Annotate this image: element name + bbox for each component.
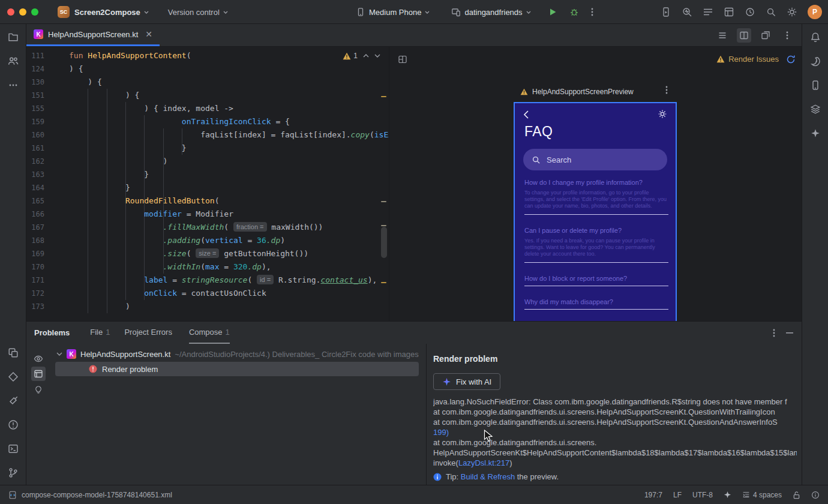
notifications-bell-icon[interactable] <box>808 30 823 44</box>
resource-manager-icon[interactable] <box>808 102 823 116</box>
editor-tab[interactable]: K HelpAndSupportScreen.kt ✕ <box>26 24 160 46</box>
project-icon: SC <box>58 6 70 18</box>
problems-tree-file-row[interactable]: K HelpAndSupportScreen.kt ~/AndroidStudi… <box>56 347 428 361</box>
render-issues-button[interactable]: Render Issues <box>716 55 779 64</box>
file-encoding[interactable]: UTF-8 <box>692 491 713 499</box>
gemini-spark-icon[interactable] <box>808 126 823 140</box>
line-number: 169 <box>26 247 44 260</box>
chevron-down-icon <box>425 11 430 14</box>
editor-more-icon[interactable] <box>780 28 794 43</box>
compose-preview-panel: Render Issues HelpAndSupportScreenPrevie… <box>389 47 802 321</box>
run-configuration-selector[interactable]: datingandfriends <box>446 4 535 20</box>
code-editor[interactable]: 111fun HelpAndSupportContent(124) {130 )… <box>26 47 389 321</box>
caret-position[interactable]: 197:7 <box>644 491 662 499</box>
quickfix-bulb-icon[interactable] <box>31 382 46 397</box>
unlocked-padlock-icon[interactable] <box>793 491 800 499</box>
packages-icon[interactable] <box>6 370 20 384</box>
pull-requests-icon[interactable] <box>6 54 20 68</box>
mouse-cursor <box>484 430 494 443</box>
more-tool-windows-icon[interactable] <box>6 78 20 92</box>
build-refresh-link[interactable]: Build & Refresh <box>461 472 515 481</box>
build-icon[interactable] <box>6 394 20 408</box>
back-chevron-icon[interactable] <box>523 110 529 119</box>
project-folder-icon[interactable] <box>6 30 20 44</box>
hide-panel-icon[interactable] <box>786 332 793 334</box>
preview-title[interactable]: HelpAndSupportScreenPreview <box>520 88 634 96</box>
search-everywhere-icon[interactable] <box>766 7 776 17</box>
status-file[interactable]: compose-compose-model-1758748140651.xml <box>8 491 172 499</box>
faq-search-placeholder: Search <box>547 155 571 164</box>
version-control-icon[interactable] <box>6 466 20 480</box>
prev-warning-icon[interactable] <box>363 54 369 58</box>
code-line: 164 } <box>26 181 389 194</box>
device-manager-icon[interactable] <box>808 78 823 92</box>
stack-trace-link[interactable]: LazyDsl.kt:217 <box>458 458 509 467</box>
settings-gear-icon[interactable] <box>658 109 667 119</box>
fix-with-ai-button[interactable]: Fix with AI <box>433 373 500 390</box>
faq-item[interactable]: How do I change my profile information?T… <box>524 179 668 215</box>
preview-device-frame[interactable]: FAQ Search How do I change my profile in… <box>514 102 677 321</box>
ai-spark-icon[interactable] <box>724 491 731 499</box>
faq-search-bar[interactable]: Search <box>523 149 667 170</box>
tab-project-errors[interactable]: Project Errors <box>124 322 172 344</box>
code-lines: 111fun HelpAndSupportContent(124) {130 )… <box>26 49 389 313</box>
inspection-widget[interactable]: 1 <box>343 52 380 60</box>
panel-options-icon[interactable] <box>773 328 775 338</box>
problems-tool-icon[interactable] <box>6 418 20 432</box>
preview-menu-icon[interactable] <box>665 85 668 95</box>
line-number: 168 <box>26 234 44 247</box>
more-actions-icon[interactable] <box>591 7 593 17</box>
details-view-icon[interactable] <box>31 367 46 381</box>
faq-item[interactable]: How do I block or report someone? <box>524 275 668 286</box>
stack-trace-link[interactable]: 199) <box>433 428 449 437</box>
project-selector[interactable]: Screen2Compose <box>70 4 154 20</box>
line-ending[interactable]: LF <box>673 491 682 499</box>
tab-compose[interactable]: Compose1 <box>189 322 230 344</box>
window-close-button[interactable] <box>7 8 14 16</box>
vcs-menu[interactable]: Version control <box>163 4 233 20</box>
float-window-icon[interactable] <box>758 28 773 43</box>
refresh-preview-icon[interactable] <box>786 55 796 64</box>
stripe-mark[interactable] <box>381 201 386 202</box>
close-tab-icon[interactable]: ✕ <box>145 29 152 39</box>
profiler-icon[interactable] <box>682 7 692 17</box>
faq-answer: Yes. If you need a break, you can pause … <box>524 238 668 257</box>
chevron-down-icon[interactable] <box>56 352 62 356</box>
debug-button[interactable] <box>569 7 579 17</box>
split-preview-icon[interactable] <box>737 28 751 43</box>
window-zoom-button[interactable] <box>31 8 38 16</box>
app-inspection-icon[interactable] <box>724 7 734 17</box>
tab-file[interactable]: File1 <box>90 322 110 344</box>
settings-gear-icon[interactable] <box>787 7 797 17</box>
stripe-warning-mark[interactable] <box>381 96 386 97</box>
line-number: 163 <box>26 168 44 181</box>
sync-gradle-icon[interactable] <box>745 7 755 17</box>
code-line: 160 faqList[index] = faqList[index].copy… <box>26 128 389 142</box>
user-avatar[interactable]: P <box>808 5 822 19</box>
device-explorer-icon[interactable] <box>6 346 20 360</box>
next-warning-icon[interactable] <box>374 54 380 58</box>
editor-scrollbar[interactable] <box>381 227 387 258</box>
stripe-mark[interactable] <box>381 225 386 226</box>
preview-eye-icon[interactable] <box>31 352 46 366</box>
terminal-icon[interactable] <box>6 442 20 456</box>
faq-item[interactable]: Can I pause or delete my profile?Yes. If… <box>524 227 668 263</box>
running-devices-icon[interactable] <box>661 7 671 17</box>
run-button[interactable] <box>548 7 557 17</box>
problems-tree-error-row[interactable]: Render problem <box>55 362 419 376</box>
window-minimize-button[interactable] <box>19 8 26 16</box>
search-icon <box>532 155 541 164</box>
editor-list-icon[interactable] <box>715 28 730 43</box>
faq-item[interactable]: Why did my match disappear? <box>524 298 668 310</box>
gradle-icon[interactable] <box>808 54 823 68</box>
status-info-icon[interactable] <box>811 491 820 499</box>
stack-trace-line: invoke(LazyDsl.kt:217) <box>433 458 797 468</box>
device-selector[interactable]: Medium Phone <box>351 4 434 20</box>
code-line: 159 onTrailingIconClick = { <box>26 115 389 128</box>
stripe-warning-mark[interactable] <box>381 282 386 283</box>
logcat-icon[interactable] <box>703 7 713 17</box>
tip-text: the preview. <box>515 472 559 481</box>
code-line: 170 .widthIn(max = 320.dp), <box>26 260 389 274</box>
indent-setting[interactable]: 4 spaces <box>742 491 782 499</box>
preview-layout-icon[interactable] <box>398 55 407 64</box>
